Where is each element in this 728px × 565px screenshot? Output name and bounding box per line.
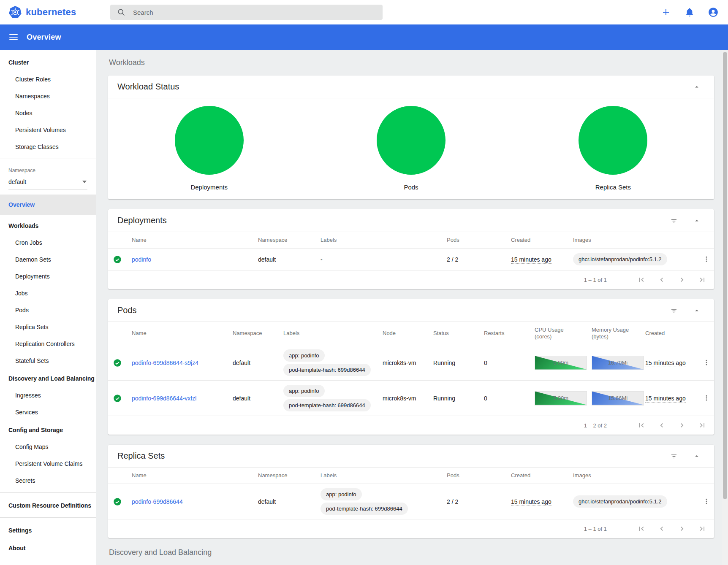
last-page-icon[interactable]: [698, 276, 706, 284]
status-chart-label: Pods: [404, 184, 418, 191]
sidebar-item-storage-classes[interactable]: Storage Classes: [0, 138, 96, 155]
status-figure: Deployments: [108, 106, 310, 191]
first-page-icon[interactable]: [637, 421, 646, 430]
sidebar: ClusterCluster RolesNamespacesNodesPersi…: [0, 50, 96, 565]
sidebar-group-header[interactable]: Config and Storage: [0, 421, 96, 438]
labels-chips: app: podinfopod-template-hash: 699d86644: [283, 384, 372, 412]
sidebar-divider: [0, 159, 96, 159]
sidebar-item-replication-controllers[interactable]: Replication Controllers: [0, 335, 96, 352]
sparkline-value: 15.66Mi: [592, 392, 644, 405]
sidebar-item-config-maps[interactable]: Config Maps: [0, 438, 96, 455]
pods-count: 2 / 2: [447, 498, 458, 505]
next-page-icon[interactable]: [678, 421, 686, 430]
pod-link[interactable]: podinfo-699d86644-s9jz4: [132, 360, 198, 366]
sidebar-item-nodes[interactable]: Nodes: [0, 105, 96, 122]
sidebar-item-daemon-sets[interactable]: Daemon Sets: [0, 251, 96, 268]
column-header: Name: [125, 232, 251, 249]
row-menu-kebab-icon[interactable]: [702, 358, 711, 367]
first-page-icon[interactable]: [637, 524, 646, 533]
menu-hamburger-icon[interactable]: [9, 34, 18, 40]
search-icon: [117, 8, 125, 16]
create-plus-icon[interactable]: [660, 7, 671, 18]
deployment-link[interactable]: podinfo: [132, 256, 151, 263]
namespace-select[interactable]: default: [8, 176, 87, 189]
table-row: podinfo-699d86644-s9jz4defaultapp: podin…: [108, 345, 714, 381]
account-icon[interactable]: [708, 7, 719, 18]
collapse-icon[interactable]: [693, 452, 701, 460]
search-bar[interactable]: [110, 5, 383, 20]
filter-icon[interactable]: [670, 217, 678, 224]
prev-page-icon[interactable]: [657, 421, 666, 430]
column-header: Created: [638, 322, 695, 345]
row-menu-kebab-icon[interactable]: [702, 393, 711, 403]
sidebar-item-deployments[interactable]: Deployments: [0, 268, 96, 285]
column-header: Labels: [277, 322, 376, 345]
status-ok-icon: [113, 255, 125, 264]
sidebar-item-overview[interactable]: Overview: [0, 195, 96, 215]
sidebar-item-about[interactable]: About: [0, 539, 96, 557]
replica-sets-table: NameNamespaceLabelsPodsCreatedImages pod…: [108, 468, 714, 519]
kubernetes-brand[interactable]: kubernetes: [8, 5, 76, 19]
row-menu-kebab-icon[interactable]: [702, 254, 711, 264]
sidebar-item-pods[interactable]: Pods: [0, 302, 96, 319]
prev-page-icon[interactable]: [657, 276, 666, 284]
row-menu-kebab-icon[interactable]: [702, 497, 711, 506]
next-page-icon[interactable]: [678, 276, 686, 284]
label-chip: pod-template-hash: 699d86644: [283, 364, 371, 376]
column-header: Name: [125, 322, 226, 345]
sidebar-item-persistent-volume-claims[interactable]: Persistent Volume Claims: [0, 455, 96, 472]
sidebar-item-cron-jobs[interactable]: Cron Jobs: [0, 234, 96, 251]
notifications-bell-icon[interactable]: [684, 7, 695, 18]
column-header: Labels: [314, 232, 440, 249]
column-header: Namespace: [226, 322, 277, 345]
sidebar-item-cluster-roles[interactable]: Cluster Roles: [0, 71, 96, 88]
table-row: podinfodefault-2 / 215 minutes agoghcr.i…: [108, 249, 714, 270]
cpu-sparkline: 5.00m: [535, 356, 587, 370]
sidebar-item-settings[interactable]: Settings: [0, 521, 96, 539]
sidebar-group-header[interactable]: Discovery and Load Balancing: [0, 369, 96, 387]
sidebar-item-namespaces[interactable]: Namespaces: [0, 88, 96, 105]
sidebar-item-custom-resource-definitions[interactable]: Custom Resource Definitions: [0, 496, 96, 514]
card-title: Deployments: [117, 216, 670, 225]
image-chip: ghcr.io/stefanprodan/podinfo:5.1.2: [573, 495, 667, 508]
status-pie-chart: [377, 106, 445, 175]
collapse-icon[interactable]: [693, 83, 701, 91]
collapse-icon[interactable]: [693, 307, 701, 314]
sparkline-value: 5.00m: [535, 392, 587, 405]
scrollbar-thumb[interactable]: [723, 52, 727, 499]
label-chip: app: podinfo: [283, 349, 325, 362]
sidebar-item-services[interactable]: Services: [0, 404, 96, 421]
scrollbar-track[interactable]: [722, 50, 728, 565]
status-figure: Pods: [310, 106, 512, 191]
sidebar-item-replica-sets[interactable]: Replica Sets: [0, 319, 96, 335]
sidebar-item-jobs[interactable]: Jobs: [0, 285, 96, 302]
sidebar-group-header[interactable]: Cluster: [0, 53, 96, 71]
sidebar-item-persistent-volumes[interactable]: Persistent Volumes: [0, 122, 96, 138]
sidebar-group-header[interactable]: Workloads: [0, 216, 96, 234]
pods-table: NameNamespaceLabelsNodeStatusRestartsCPU…: [108, 322, 714, 416]
collapse-icon[interactable]: [693, 217, 701, 224]
memory-sparkline: 16.70Mi: [592, 356, 644, 370]
pod-link[interactable]: podinfo-699d86644-vxfzl: [132, 395, 196, 402]
restarts-count: 0: [484, 395, 487, 402]
column-header: Images: [566, 232, 695, 249]
created-timestamp: 15 minutes ago: [511, 498, 551, 506]
memory-sparkline: 15.66Mi: [592, 391, 644, 406]
prev-page-icon[interactable]: [657, 524, 666, 533]
last-page-icon[interactable]: [698, 524, 706, 533]
namespace-value: default: [258, 498, 276, 505]
namespace-label: Namespace: [0, 162, 96, 175]
sidebar-item-stateful-sets[interactable]: Stateful Sets: [0, 352, 96, 369]
first-page-icon[interactable]: [637, 276, 646, 284]
next-page-icon[interactable]: [678, 524, 686, 533]
replica-set-link[interactable]: podinfo-699d86644: [132, 498, 183, 505]
column-header: Node: [376, 322, 426, 345]
sparkline-value: 16.70Mi: [592, 356, 644, 370]
last-page-icon[interactable]: [698, 421, 706, 430]
filter-icon[interactable]: [670, 307, 678, 314]
filter-icon[interactable]: [670, 452, 678, 460]
sidebar-item-ingresses[interactable]: Ingresses: [0, 387, 96, 404]
sidebar-item-secrets[interactable]: Secrets: [0, 472, 96, 489]
search-input[interactable]: [133, 9, 376, 16]
table-row: podinfo-699d86644-vxfzldefaultapp: podin…: [108, 381, 714, 416]
